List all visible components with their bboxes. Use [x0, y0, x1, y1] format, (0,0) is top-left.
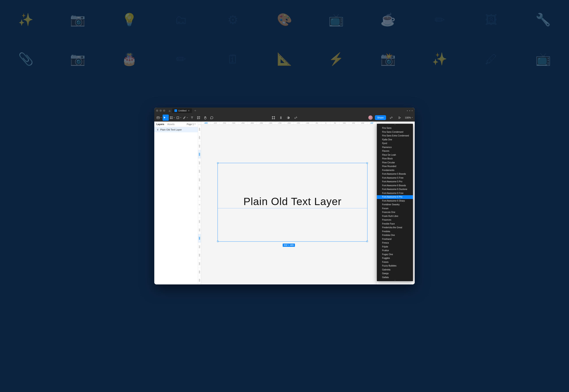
- font-option[interactable]: Font Awesome 5 Pro: [377, 180, 413, 184]
- pen-tool[interactable]: [182, 114, 189, 121]
- ruler-tick: 100: [198, 217, 201, 225]
- font-option[interactable]: Fira Sans: [377, 126, 413, 130]
- ruler-tick: -500: [229, 122, 238, 124]
- ruler-tick: -250: [198, 158, 201, 167]
- scroll-up-icon[interactable]: ⌃: [377, 124, 413, 126]
- font-option[interactable]: Fresca: [377, 241, 413, 245]
- page-selector[interactable]: Page 1: [187, 123, 196, 126]
- font-option[interactable]: Fuzzy Bubbles: [377, 264, 413, 268]
- font-option[interactable]: Fira Sans Condensed: [377, 130, 413, 134]
- font-option[interactable]: Fondamento: [377, 168, 413, 172]
- titlebar: ⌂ Untitled ✕ ＋ • • •: [154, 108, 415, 114]
- font-option[interactable]: Futura: [377, 260, 413, 264]
- close-tab-icon[interactable]: ✕: [188, 109, 190, 112]
- font-option[interactable]: Francois One: [377, 210, 413, 214]
- canvas-text[interactable]: Plain Old Text Layer: [218, 196, 367, 208]
- ruler-tick: -550: [219, 122, 229, 124]
- font-option[interactable]: Flow Block: [377, 157, 413, 161]
- ruler-tick: -50: [198, 192, 201, 200]
- font-option[interactable]: Fira Sans Extra Condensed: [377, 134, 413, 138]
- font-option[interactable]: Freehand: [377, 237, 413, 241]
- font-option[interactable]: Flow Rounded: [377, 165, 413, 168]
- font-option[interactable]: Forum: [377, 207, 413, 210]
- text-tool[interactable]: [189, 114, 195, 121]
- selection-box[interactable]: Plain Old Text Layer: [218, 163, 367, 242]
- user-avatar[interactable]: [368, 115, 373, 120]
- font-option[interactable]: Fredoka One: [377, 234, 413, 238]
- component-icon[interactable]: [278, 114, 284, 121]
- handle-tr[interactable]: [366, 162, 368, 164]
- svg-rect-4: [197, 118, 198, 119]
- font-option[interactable]: Fugaz One: [377, 252, 413, 256]
- font-option[interactable]: Gafata: [377, 276, 413, 279]
- tab-layers[interactable]: Layers: [157, 123, 164, 126]
- font-option[interactable]: Fuggles: [377, 256, 413, 260]
- font-option[interactable]: Font Awesome 6 Brands: [377, 184, 413, 188]
- tab-assets[interactable]: Assets: [167, 123, 175, 126]
- ruler-tick: -685: [201, 122, 210, 124]
- main-menu-button[interactable]: [156, 114, 162, 121]
- canvas-area[interactable]: -685-325-550-500-450-400-350-300-250-200…: [198, 122, 376, 284]
- link-icon[interactable]: [292, 114, 299, 121]
- font-option[interactable]: Flavors: [377, 149, 413, 153]
- home-icon[interactable]: ⌂: [169, 109, 171, 112]
- ruler-tick: -450: [238, 122, 247, 124]
- font-option[interactable]: Font Awesome 5 Free: [377, 176, 413, 180]
- ruler-tick: -325: [210, 122, 219, 124]
- font-list[interactable]: Fira SansFira Sans CondensedFira Sans Ex…: [377, 126, 413, 279]
- ruler-tick: -200: [198, 167, 201, 175]
- font-option[interactable]: Font Awesome 6 Free: [377, 191, 413, 195]
- document-tab[interactable]: Untitled ✕: [172, 109, 192, 113]
- window-controls[interactable]: [156, 110, 165, 112]
- ruler-tick: 350: [198, 259, 201, 268]
- handle-br[interactable]: [366, 241, 368, 242]
- workspace: Layers Assets Page 1 T Plain Old Text La…: [154, 122, 415, 284]
- font-option[interactable]: Gaegu: [377, 272, 413, 276]
- font-option[interactable]: Fruktur: [377, 249, 413, 253]
- layer-item[interactable]: T Plain Old Text Layer: [154, 127, 198, 132]
- font-option[interactable]: Gabriela: [377, 268, 413, 272]
- new-tab-button[interactable]: ＋: [194, 109, 197, 112]
- share-button[interactable]: Share: [375, 115, 386, 120]
- font-option[interactable]: Fleur De Leah: [377, 153, 413, 157]
- font-option[interactable]: Frank Ruhl Libre: [377, 214, 413, 218]
- canvas[interactable]: Plain Old Text Layer 932 × 489: [201, 125, 376, 284]
- font-option[interactable]: Fraunces: [377, 218, 413, 222]
- comment-tool[interactable]: [209, 114, 215, 121]
- ruler-tick: 150: [198, 226, 201, 234]
- handle-bl[interactable]: [217, 241, 219, 242]
- font-option[interactable]: Flamenco: [377, 145, 413, 149]
- handle-tl[interactable]: [217, 162, 219, 164]
- font-dropdown[interactable]: ⌃ Fira SansFira Sans CondensedFira Sans …: [377, 124, 413, 281]
- edit-object-icon[interactable]: [270, 114, 277, 121]
- resources-tool[interactable]: [195, 114, 202, 121]
- present-icon[interactable]: [396, 114, 403, 121]
- font-option[interactable]: Freckle Face: [377, 222, 413, 226]
- font-option[interactable]: Frijole: [377, 245, 413, 249]
- ruler-horizontal: -685-325-550-500-450-400-350-300-250-200…: [201, 122, 376, 125]
- frame-tool[interactable]: [169, 114, 175, 121]
- font-option[interactable]: Fredoka: [377, 230, 413, 234]
- font-option[interactable]: Fredericka the Great: [377, 226, 413, 230]
- dev-mode-icon[interactable]: [388, 114, 394, 121]
- font-option[interactable]: Font Awesome 6 Sharp: [377, 199, 413, 203]
- scroll-down-icon[interactable]: ⌄: [377, 279, 413, 281]
- font-option[interactable]: Fjalla One: [377, 138, 413, 142]
- font-option[interactable]: Flow Circular: [377, 161, 413, 165]
- shape-tool[interactable]: [176, 114, 182, 121]
- font-option[interactable]: Font Awesome 6 Duotone: [377, 188, 413, 192]
- more-menu-icon[interactable]: • • •: [407, 109, 413, 112]
- ruler-vertical: -450-400-350-283-250-200-150-100-5005010…: [198, 125, 201, 284]
- document-icon: [175, 109, 177, 112]
- mask-icon[interactable]: [285, 114, 291, 121]
- move-tool[interactable]: [163, 114, 169, 121]
- hand-tool[interactable]: [202, 114, 208, 121]
- toolbar-center: [270, 114, 299, 121]
- font-option[interactable]: Font Awesome 6 Pro: [377, 195, 413, 199]
- zoom-dropdown[interactable]: 100%: [405, 116, 413, 119]
- svg-rect-0: [157, 116, 159, 118]
- font-option[interactable]: Fjord: [377, 142, 413, 146]
- font-option[interactable]: Fontdiner Swanky: [377, 203, 413, 207]
- ruler-tick: 450: [198, 276, 201, 284]
- font-option[interactable]: Font Awesome 5 Brands: [377, 172, 413, 176]
